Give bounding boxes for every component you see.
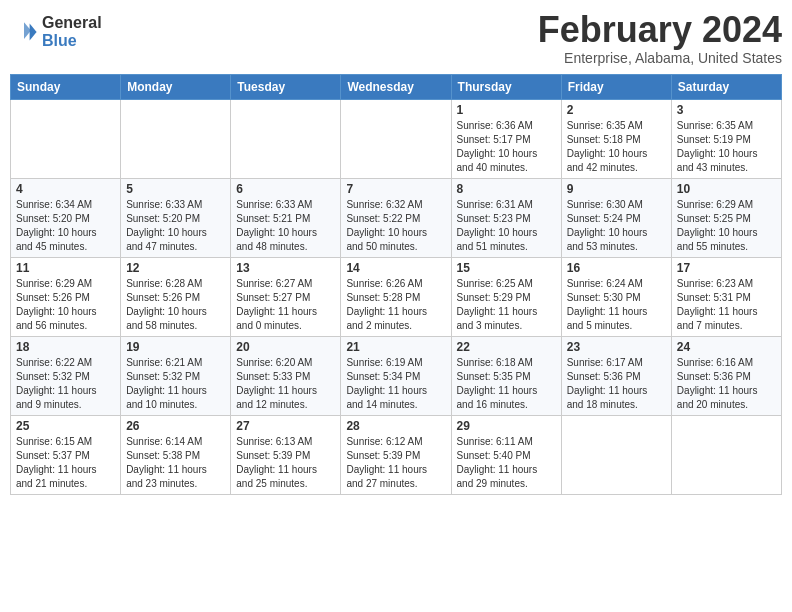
svg-marker-0 xyxy=(30,23,37,40)
day-info: Sunrise: 6:18 AMSunset: 5:35 PMDaylight:… xyxy=(457,356,556,412)
day-info: Sunrise: 6:27 AMSunset: 5:27 PMDaylight:… xyxy=(236,277,335,333)
day-info: Sunrise: 6:34 AMSunset: 5:20 PMDaylight:… xyxy=(16,198,115,254)
day-info: Sunrise: 6:29 AMSunset: 5:26 PMDaylight:… xyxy=(16,277,115,333)
calendar-cell: 6Sunrise: 6:33 AMSunset: 5:21 PMDaylight… xyxy=(231,178,341,257)
weekday-header: Tuesday xyxy=(231,74,341,99)
weekday-header: Friday xyxy=(561,74,671,99)
day-number: 4 xyxy=(16,182,115,196)
calendar-body: 1Sunrise: 6:36 AMSunset: 5:17 PMDaylight… xyxy=(11,99,782,494)
day-info: Sunrise: 6:33 AMSunset: 5:20 PMDaylight:… xyxy=(126,198,225,254)
weekday-header: Thursday xyxy=(451,74,561,99)
calendar-week-row: 25Sunrise: 6:15 AMSunset: 5:37 PMDayligh… xyxy=(11,415,782,494)
calendar-cell: 29Sunrise: 6:11 AMSunset: 5:40 PMDayligh… xyxy=(451,415,561,494)
day-number: 7 xyxy=(346,182,445,196)
day-number: 23 xyxy=(567,340,666,354)
calendar-week-row: 4Sunrise: 6:34 AMSunset: 5:20 PMDaylight… xyxy=(11,178,782,257)
day-info: Sunrise: 6:13 AMSunset: 5:39 PMDaylight:… xyxy=(236,435,335,491)
calendar-cell: 4Sunrise: 6:34 AMSunset: 5:20 PMDaylight… xyxy=(11,178,121,257)
day-number: 28 xyxy=(346,419,445,433)
day-info: Sunrise: 6:26 AMSunset: 5:28 PMDaylight:… xyxy=(346,277,445,333)
day-info: Sunrise: 6:36 AMSunset: 5:17 PMDaylight:… xyxy=(457,119,556,175)
day-info: Sunrise: 6:12 AMSunset: 5:39 PMDaylight:… xyxy=(346,435,445,491)
calendar-cell: 15Sunrise: 6:25 AMSunset: 5:29 PMDayligh… xyxy=(451,257,561,336)
calendar-cell: 9Sunrise: 6:30 AMSunset: 5:24 PMDaylight… xyxy=(561,178,671,257)
calendar-cell: 17Sunrise: 6:23 AMSunset: 5:31 PMDayligh… xyxy=(671,257,781,336)
day-number: 10 xyxy=(677,182,776,196)
day-info: Sunrise: 6:33 AMSunset: 5:21 PMDaylight:… xyxy=(236,198,335,254)
calendar-cell xyxy=(341,99,451,178)
location-title: Enterprise, Alabama, United States xyxy=(538,50,782,66)
logo-icon xyxy=(10,18,38,46)
calendar-cell: 16Sunrise: 6:24 AMSunset: 5:30 PMDayligh… xyxy=(561,257,671,336)
title-area: February 2024 Enterprise, Alabama, Unite… xyxy=(538,10,782,66)
day-info: Sunrise: 6:22 AMSunset: 5:32 PMDaylight:… xyxy=(16,356,115,412)
calendar-cell: 13Sunrise: 6:27 AMSunset: 5:27 PMDayligh… xyxy=(231,257,341,336)
calendar-cell xyxy=(671,415,781,494)
calendar-cell xyxy=(561,415,671,494)
calendar-cell: 27Sunrise: 6:13 AMSunset: 5:39 PMDayligh… xyxy=(231,415,341,494)
day-info: Sunrise: 6:15 AMSunset: 5:37 PMDaylight:… xyxy=(16,435,115,491)
calendar-cell: 21Sunrise: 6:19 AMSunset: 5:34 PMDayligh… xyxy=(341,336,451,415)
calendar-week-row: 18Sunrise: 6:22 AMSunset: 5:32 PMDayligh… xyxy=(11,336,782,415)
day-number: 27 xyxy=(236,419,335,433)
logo-text: General Blue xyxy=(42,14,102,49)
day-number: 6 xyxy=(236,182,335,196)
logo-blue: Blue xyxy=(42,32,102,50)
calendar-cell: 12Sunrise: 6:28 AMSunset: 5:26 PMDayligh… xyxy=(121,257,231,336)
day-number: 29 xyxy=(457,419,556,433)
day-info: Sunrise: 6:25 AMSunset: 5:29 PMDaylight:… xyxy=(457,277,556,333)
weekday-header: Wednesday xyxy=(341,74,451,99)
calendar-cell: 5Sunrise: 6:33 AMSunset: 5:20 PMDaylight… xyxy=(121,178,231,257)
day-number: 15 xyxy=(457,261,556,275)
day-number: 5 xyxy=(126,182,225,196)
day-number: 13 xyxy=(236,261,335,275)
day-info: Sunrise: 6:28 AMSunset: 5:26 PMDaylight:… xyxy=(126,277,225,333)
day-info: Sunrise: 6:11 AMSunset: 5:40 PMDaylight:… xyxy=(457,435,556,491)
weekday-row: SundayMondayTuesdayWednesdayThursdayFrid… xyxy=(11,74,782,99)
calendar-cell: 26Sunrise: 6:14 AMSunset: 5:38 PMDayligh… xyxy=(121,415,231,494)
day-number: 11 xyxy=(16,261,115,275)
day-info: Sunrise: 6:17 AMSunset: 5:36 PMDaylight:… xyxy=(567,356,666,412)
weekday-header: Sunday xyxy=(11,74,121,99)
day-number: 1 xyxy=(457,103,556,117)
day-number: 20 xyxy=(236,340,335,354)
calendar-cell: 11Sunrise: 6:29 AMSunset: 5:26 PMDayligh… xyxy=(11,257,121,336)
calendar: SundayMondayTuesdayWednesdayThursdayFrid… xyxy=(10,74,782,495)
day-info: Sunrise: 6:35 AMSunset: 5:19 PMDaylight:… xyxy=(677,119,776,175)
calendar-cell: 2Sunrise: 6:35 AMSunset: 5:18 PMDaylight… xyxy=(561,99,671,178)
day-number: 14 xyxy=(346,261,445,275)
day-info: Sunrise: 6:19 AMSunset: 5:34 PMDaylight:… xyxy=(346,356,445,412)
day-info: Sunrise: 6:20 AMSunset: 5:33 PMDaylight:… xyxy=(236,356,335,412)
calendar-cell xyxy=(121,99,231,178)
day-number: 26 xyxy=(126,419,225,433)
calendar-cell: 22Sunrise: 6:18 AMSunset: 5:35 PMDayligh… xyxy=(451,336,561,415)
calendar-cell xyxy=(11,99,121,178)
calendar-cell: 1Sunrise: 6:36 AMSunset: 5:17 PMDaylight… xyxy=(451,99,561,178)
day-info: Sunrise: 6:14 AMSunset: 5:38 PMDaylight:… xyxy=(126,435,225,491)
day-number: 18 xyxy=(16,340,115,354)
day-number: 22 xyxy=(457,340,556,354)
calendar-week-row: 1Sunrise: 6:36 AMSunset: 5:17 PMDaylight… xyxy=(11,99,782,178)
day-number: 21 xyxy=(346,340,445,354)
day-info: Sunrise: 6:32 AMSunset: 5:22 PMDaylight:… xyxy=(346,198,445,254)
day-number: 17 xyxy=(677,261,776,275)
day-info: Sunrise: 6:31 AMSunset: 5:23 PMDaylight:… xyxy=(457,198,556,254)
weekday-header: Saturday xyxy=(671,74,781,99)
calendar-cell xyxy=(231,99,341,178)
calendar-cell: 7Sunrise: 6:32 AMSunset: 5:22 PMDaylight… xyxy=(341,178,451,257)
logo: General Blue xyxy=(10,14,102,49)
day-number: 16 xyxy=(567,261,666,275)
day-info: Sunrise: 6:29 AMSunset: 5:25 PMDaylight:… xyxy=(677,198,776,254)
calendar-cell: 18Sunrise: 6:22 AMSunset: 5:32 PMDayligh… xyxy=(11,336,121,415)
calendar-cell: 3Sunrise: 6:35 AMSunset: 5:19 PMDaylight… xyxy=(671,99,781,178)
day-info: Sunrise: 6:35 AMSunset: 5:18 PMDaylight:… xyxy=(567,119,666,175)
logo-general: General xyxy=(42,14,102,32)
day-number: 19 xyxy=(126,340,225,354)
calendar-cell: 14Sunrise: 6:26 AMSunset: 5:28 PMDayligh… xyxy=(341,257,451,336)
calendar-cell: 19Sunrise: 6:21 AMSunset: 5:32 PMDayligh… xyxy=(121,336,231,415)
calendar-cell: 10Sunrise: 6:29 AMSunset: 5:25 PMDayligh… xyxy=(671,178,781,257)
day-number: 8 xyxy=(457,182,556,196)
day-info: Sunrise: 6:23 AMSunset: 5:31 PMDaylight:… xyxy=(677,277,776,333)
calendar-week-row: 11Sunrise: 6:29 AMSunset: 5:26 PMDayligh… xyxy=(11,257,782,336)
day-info: Sunrise: 6:30 AMSunset: 5:24 PMDaylight:… xyxy=(567,198,666,254)
